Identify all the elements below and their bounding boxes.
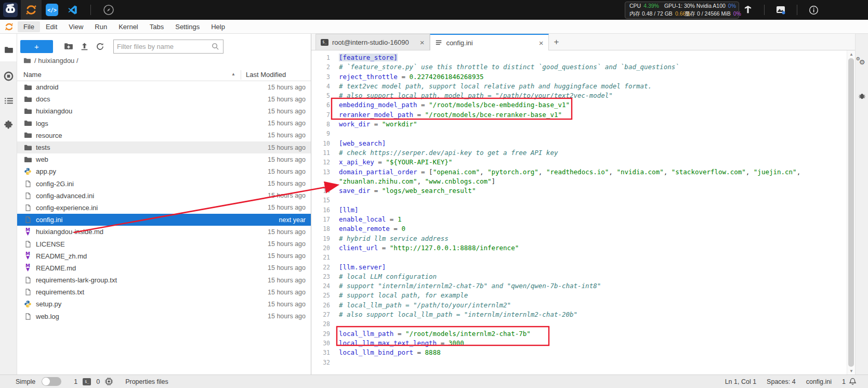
- code-line-30[interactable]: 30local_llm_max_text_length = 3000: [311, 339, 847, 348]
- code-line-31[interactable]: 31local_llm_bind_port = 8888: [311, 348, 847, 357]
- code-line-21[interactable]: 21: [311, 253, 847, 262]
- compass-icon[interactable]: [98, 0, 119, 20]
- menu-settings[interactable]: Settings: [169, 21, 205, 32]
- extensions-icon[interactable]: [0, 119, 17, 129]
- code-line-28[interactable]: 28: [311, 319, 847, 329]
- editor-scrollbar[interactable]: ▲ ▼: [847, 50, 855, 374]
- property-inspector-icon[interactable]: ⚙⚙: [856, 59, 868, 66]
- file-row-config-2G.ini[interactable]: config-2G.ini15 hours ago: [17, 178, 311, 190]
- code-line-3[interactable]: 3reject_throttle = 0.22742061846268935: [311, 72, 847, 82]
- code-line-8[interactable]: 8work_dir = "workdir": [311, 120, 847, 129]
- file-browser-icon[interactable]: [0, 45, 17, 55]
- file-row-web.log[interactable]: web.log15 hours ago: [17, 311, 311, 322]
- home-folder-icon[interactable]: [23, 57, 31, 64]
- terminal-icon[interactable]: $_: [83, 378, 91, 385]
- file-row-logs[interactable]: logs15 hours ago: [17, 118, 311, 130]
- code-line-1[interactable]: 1[feature_store]: [311, 53, 847, 62]
- file-row-huixiangdou[interactable]: huixiangdou15 hours ago: [17, 105, 311, 117]
- code-line-16[interactable]: 16[llm]: [311, 205, 847, 215]
- simple-mode-toggle[interactable]: [42, 377, 61, 386]
- file-row-resource[interactable]: resource15 hours ago: [17, 130, 311, 141]
- debugger-icon[interactable]: [856, 92, 868, 100]
- file-row-LICENSE[interactable]: LICENSE15 hours ago: [17, 238, 311, 250]
- file-row-config.ini[interactable]: config.ininext year: [17, 214, 311, 226]
- indentation-setting[interactable]: Spaces: 4: [767, 378, 796, 385]
- file-row-config-advanced.ini[interactable]: config-advanced.ini15 hours ago: [17, 190, 311, 202]
- refresh-icon[interactable]: [93, 42, 107, 51]
- file-row-android[interactable]: android15 hours ago: [17, 81, 311, 93]
- filter-files-input[interactable]: [114, 43, 212, 50]
- upload-icon[interactable]: [77, 42, 91, 51]
- scroll-up-icon[interactable]: ▲: [847, 50, 856, 58]
- code-line-22[interactable]: 22[llm.server]: [311, 263, 847, 272]
- info-icon[interactable]: [805, 1, 822, 19]
- code-line-11[interactable]: 11# check https://serper.dev/api-key to …: [311, 148, 847, 158]
- file-type-label[interactable]: config.ini: [806, 378, 832, 385]
- menu-edit[interactable]: Edit: [40, 21, 63, 32]
- file-row-requirements.txt[interactable]: requirements.txt15 hours ago: [17, 286, 311, 298]
- close-icon[interactable]: ×: [539, 38, 544, 47]
- file-row-README_zh.md[interactable]: M▼README_zh.md15 hours ago: [17, 250, 311, 262]
- code-line-9[interactable]: 9: [311, 129, 847, 138]
- code-line-32[interactable]: 32: [311, 358, 847, 367]
- code-line-20[interactable]: 20client_url = "http://127.0.0.1:8888/in…: [311, 243, 847, 253]
- code-line-25[interactable]: 25# support local path, for example: [311, 291, 847, 300]
- code-line-6[interactable]: 6embedding_model_path = "/root/models/bc…: [311, 100, 847, 110]
- sort-ascending-icon[interactable]: ▲: [231, 72, 235, 76]
- code-line-19[interactable]: 19# hybrid llm service address: [311, 234, 847, 243]
- column-last-modified[interactable]: Last Modified: [246, 71, 286, 79]
- code-server-icon[interactable]: </>: [42, 0, 62, 20]
- file-row-app.py[interactable]: app.py15 hours ago: [17, 165, 311, 177]
- scrollbar-thumb[interactable]: [848, 58, 854, 367]
- vscode-icon[interactable]: [62, 0, 83, 20]
- code-line-27[interactable]: 27# also support local_llm_path = "inter…: [311, 310, 847, 319]
- kernel-chip-icon[interactable]: [105, 378, 113, 385]
- code-line-17[interactable]: 17enable_local = 1: [311, 215, 847, 224]
- code-line-15[interactable]: 15: [311, 196, 847, 205]
- menu-view[interactable]: View: [63, 21, 89, 32]
- code-line-24[interactable]: 24# support "internlm/internlm2-chat-7b"…: [311, 281, 847, 291]
- code-line-13[interactable]: 13domain_partial_order = ["openai.com", …: [311, 167, 847, 177]
- tab-terminal[interactable]: $_ root@intern-studio-16090 ×: [315, 34, 430, 50]
- code-line-23[interactable]: 23# local LLM configuration: [311, 272, 847, 281]
- menu-kernel[interactable]: Kernel: [113, 21, 144, 32]
- table-of-contents-icon[interactable]: [0, 96, 17, 106]
- new-launcher-button[interactable]: +: [20, 40, 53, 53]
- code-line-10[interactable]: 10[web_search]: [311, 139, 847, 148]
- code-line-4[interactable]: 4# text2vec model path, support local re…: [311, 82, 847, 91]
- tab-config-ini[interactable]: config.ini ×: [430, 34, 549, 50]
- code-line-2[interactable]: 2# `feature_store.py` use this throttle …: [311, 62, 847, 72]
- code-line-12[interactable]: 12x_api_key = "${YOUR-API-KEY}": [311, 158, 847, 167]
- code-line-5[interactable]: 5# also support local path, model_path =…: [311, 91, 847, 100]
- file-row-setup.py[interactable]: setup.py15 hours ago: [17, 298, 311, 310]
- file-row-requirements-lark-group.txt[interactable]: requirements-lark-group.txt15 hours ago: [17, 274, 311, 286]
- code-editor[interactable]: 1[feature_store]2# `feature_store.py` us…: [311, 50, 847, 374]
- file-row-config-experience.ini[interactable]: config-experience.ini15 hours ago: [17, 202, 311, 214]
- menu-file[interactable]: File: [18, 21, 40, 32]
- code-line-wrap[interactable]: "zhuanlan.zhihu.com", "www.cnblogs.com"]: [311, 177, 847, 186]
- code-line-7[interactable]: 7reranker_model_path = "/root/models/bce…: [311, 110, 847, 120]
- column-name[interactable]: Name: [23, 71, 42, 79]
- file-row-docs[interactable]: docs15 hours ago: [17, 93, 311, 105]
- file-row-README.md[interactable]: M▼README.md15 hours ago: [17, 262, 311, 274]
- menu-tabs[interactable]: Tabs: [144, 21, 169, 32]
- new-folder-icon[interactable]: [61, 42, 76, 51]
- menu-help[interactable]: Help: [205, 21, 231, 32]
- studio-swirl-icon[interactable]: [21, 0, 42, 20]
- code-line-26[interactable]: 26# local_llm_path = "/path/to/your/inte…: [311, 301, 847, 310]
- bell-icon[interactable]: [849, 378, 857, 385]
- menu-run[interactable]: Run: [89, 21, 113, 32]
- close-icon[interactable]: ×: [420, 38, 425, 47]
- file-row-web[interactable]: web15 hours ago: [17, 153, 311, 165]
- code-line-14[interactable]: 14save_dir = "logs/web_search_result": [311, 186, 847, 196]
- code-line-18[interactable]: 18enable_remote = 0: [311, 224, 847, 234]
- breadcrumb[interactable]: / huixiangdou /: [23, 57, 78, 64]
- file-row-tests[interactable]: tests15 hours ago: [17, 141, 311, 153]
- internlm-mascot-icon[interactable]: [0, 0, 21, 20]
- breadcrumb-path[interactable]: / huixiangdou /: [34, 57, 78, 64]
- new-tab-button[interactable]: +: [549, 34, 563, 50]
- scroll-down-icon[interactable]: ▼: [847, 367, 856, 374]
- code-line-29[interactable]: 29local_llm_path = "/root/models/internl…: [311, 329, 847, 339]
- running-kernels-icon[interactable]: [0, 71, 17, 81]
- file-row-huixiangdou-inside.md[interactable]: M▼huixiangdou-inside.md15 hours ago: [17, 226, 311, 238]
